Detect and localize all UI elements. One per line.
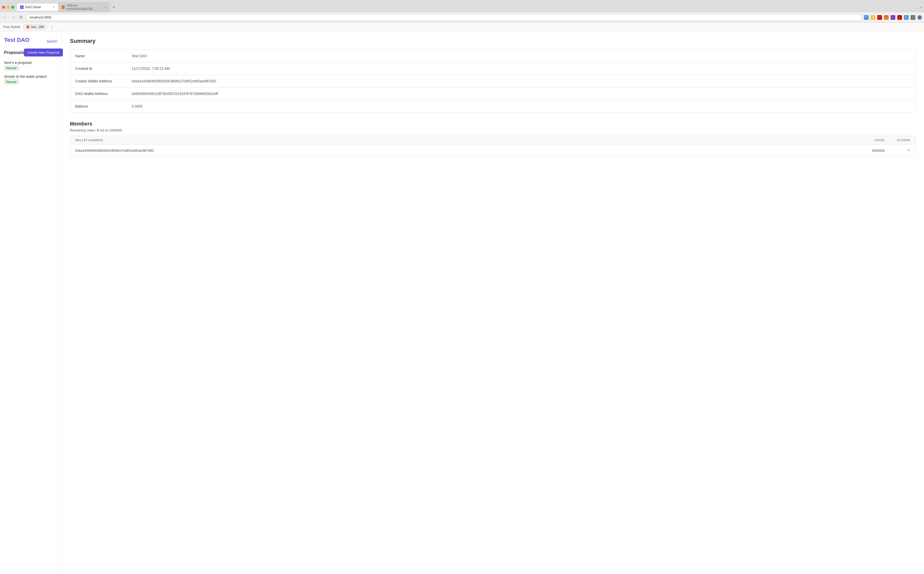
- lastpass-icon[interactable]: L: [891, 15, 895, 20]
- metamask-icon[interactable]: 🦊: [884, 15, 889, 20]
- sidebar: Test DAO Switch Proposals Create New Pro…: [0, 32, 61, 574]
- shield-icon[interactable]: 🛡: [877, 15, 882, 20]
- proposals-header: Proposals Create New Proposal: [4, 49, 57, 57]
- remaining-votes-text: Remaining Votes: 0 out of 1000000: [70, 128, 916, 132]
- fullscreen-button-traffic[interactable]: [11, 6, 14, 9]
- summary-label-creator: Creator Wallet Address: [70, 75, 126, 87]
- remaining-votes-count: 0: [97, 128, 99, 132]
- ext-icon[interactable]: E: [904, 15, 908, 20]
- proposal-name-2: donate to the water project: [4, 74, 57, 79]
- summary-value-dao-wallet: 0x850B5A5661DB78c00D3241EF876735b890DEAA…: [126, 88, 223, 100]
- tab-bar: G DAO Genie × 🦊 Address 0x850B5A5661DB7.…: [0, 0, 924, 12]
- remaining-votes-total: out of 1000000: [99, 128, 122, 132]
- summary-label-name: Name: [70, 50, 126, 62]
- members-table: WALLET ADDRESS VOTES ACTIONS 0xba3439464…: [70, 136, 916, 156]
- member-votes-1: 1000000: [854, 149, 885, 153]
- summary-row-created: Created At 11/17/2024, 7:05:21 AM: [70, 62, 916, 75]
- col-votes-header: VOTES: [854, 139, 885, 142]
- edit-member-icon[interactable]: ✎: [907, 148, 910, 153]
- back-button[interactable]: ←: [2, 14, 8, 21]
- wallet-address: 0xb...28D: [31, 25, 44, 29]
- main-content: Summary Name Test DAO Created At 11/17/2…: [61, 32, 924, 574]
- tab-dao-genie-title: DAO Genie: [25, 5, 41, 9]
- new-tab-button[interactable]: +: [110, 5, 117, 10]
- address-favicon: 🦊: [61, 5, 65, 9]
- traffic-lights: [2, 6, 14, 9]
- tab-scroll-icon: ›: [921, 5, 922, 10]
- refresh-button[interactable]: ↻: [19, 14, 24, 21]
- summary-value-created: 11/17/2024, 7:05:21 AM: [126, 62, 175, 75]
- toolbar: Flow Testnet 🦊 0xb...28D ⋮: [0, 23, 924, 32]
- address-bar[interactable]: localhost:3000: [26, 14, 862, 20]
- col-wallet-header: WALLET ADDRESS: [75, 139, 854, 142]
- members-title: Members: [70, 121, 916, 127]
- proposal-item-2[interactable]: donate to the water project Passed: [4, 74, 57, 84]
- members-header: WALLET ADDRESS VOTES ACTIONS: [70, 136, 916, 145]
- summary-row-creator: Creator Wallet Address 0xba343946463f8DD…: [70, 75, 916, 88]
- member-actions-1: ✎: [885, 148, 910, 153]
- profile-icon[interactable]: 👤: [917, 15, 922, 20]
- member-row-1: 0xba343946463f8DD6A3B99c37eB52e683acf8F2…: [70, 145, 916, 156]
- tab-address[interactable]: 🦊 Address 0x850B5A5661DB7... ×: [58, 2, 110, 12]
- wallet-badge[interactable]: 🦊 0xb...28D: [24, 24, 46, 30]
- proposals-list: here's a proposal Passed donate to the w…: [4, 61, 57, 84]
- summary-value-name: Test DAO: [126, 50, 152, 62]
- proposal-status-2: Passed: [4, 80, 19, 84]
- summary-row-balance: Balance 0.0005: [70, 100, 916, 112]
- wallet-favicon: 🦊: [26, 25, 30, 29]
- summary-row-dao-wallet: DAO Wallet Address 0x850B5A5661DB78c00D3…: [70, 88, 916, 100]
- zoom-icon[interactable]: 🔍: [864, 15, 869, 20]
- tab-address-close[interactable]: ×: [105, 5, 107, 9]
- summary-label-created: Created At: [70, 62, 126, 75]
- browser-icons: 🔍 ★ 🛡 🦊 L L E ⬡ 👤: [864, 15, 922, 20]
- col-actions-header: ACTIONS: [885, 139, 910, 142]
- tab-dao-genie-close[interactable]: ×: [53, 5, 55, 9]
- proposal-name-1: here's a proposal: [4, 61, 57, 65]
- app-layout: Test DAO Switch Proposals Create New Pro…: [0, 32, 924, 574]
- network-label: Flow Testnet: [3, 25, 20, 29]
- lastpass2-icon[interactable]: L: [897, 15, 902, 20]
- summary-value-balance: 0.0005: [126, 100, 148, 112]
- forward-button[interactable]: →: [10, 14, 16, 21]
- create-proposal-button[interactable]: Create New Proposal: [24, 49, 63, 57]
- remaining-votes-label: Remaining Votes:: [70, 128, 96, 132]
- summary-table: Name Test DAO Created At 11/17/2024, 7:0…: [70, 50, 916, 113]
- tab-dao-genie[interactable]: G DAO Genie ×: [17, 3, 58, 11]
- summary-title: Summary: [70, 38, 916, 44]
- dao-genie-favicon: G: [20, 5, 24, 9]
- member-wallet-1: 0xba343946463f8DD6A3B99c37eB52e683acf8F2…: [75, 149, 854, 153]
- close-button-traffic[interactable]: [2, 6, 5, 9]
- tab-address-title: Address 0x850B5A5661DB7...: [66, 3, 103, 11]
- summary-value-creator: 0xba343946463f8DD6A3B99c37eB52e683acf8F2…: [126, 75, 221, 87]
- proposal-item-1[interactable]: here's a proposal Passed: [4, 61, 57, 70]
- proposals-title: Proposals: [4, 50, 24, 55]
- puzzle-icon[interactable]: ⬡: [911, 15, 915, 20]
- summary-row-name: Name Test DAO: [70, 50, 916, 62]
- switch-link[interactable]: Switch: [47, 39, 57, 43]
- address-url: localhost:3000: [30, 16, 51, 19]
- toolbar-menu[interactable]: ⋮: [50, 25, 54, 30]
- minimize-button-traffic[interactable]: [7, 6, 10, 9]
- address-bar-row: ← → ↻ localhost:3000 🔍 ★ 🛡 🦊 L L E ⬡ 👤: [0, 12, 924, 22]
- proposal-status-1: Passed: [4, 66, 19, 70]
- star-icon[interactable]: ★: [870, 15, 875, 20]
- browser-chrome: G DAO Genie × 🦊 Address 0x850B5A5661DB7.…: [0, 0, 924, 23]
- summary-label-dao-wallet: DAO Wallet Address: [70, 88, 126, 100]
- summary-label-balance: Balance: [70, 100, 126, 112]
